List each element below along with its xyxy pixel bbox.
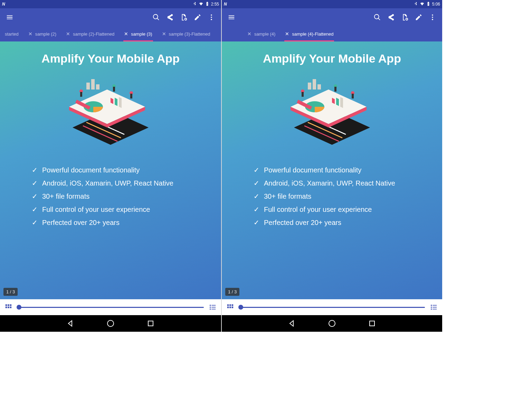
- feature-list-item: ✓Powerful document functionality: [253, 163, 395, 177]
- svg-rect-59: [308, 83, 311, 89]
- svg-point-0: [211, 15, 212, 16]
- svg-point-36: [107, 320, 114, 327]
- left-pane: N 2:55: [0, 0, 221, 332]
- svg-rect-51: [340, 97, 343, 108]
- bluetooth-icon: [192, 1, 197, 7]
- tab-close-icon[interactable]: ✕: [247, 31, 251, 36]
- svg-point-70: [431, 307, 432, 308]
- document-illustration: [55, 72, 166, 155]
- checkmark-icon: ✓: [253, 163, 260, 177]
- overflow-menu-icon[interactable]: [205, 10, 218, 24]
- feature-list-item: ✓30+ file formats: [31, 190, 173, 203]
- hamburger-menu-icon[interactable]: [225, 10, 238, 24]
- feature-list-item: ✓Android, iOS, Xamarin, UWP, React Nativ…: [31, 177, 173, 190]
- tab-close-icon[interactable]: ✕: [28, 31, 32, 36]
- page-settings-icon[interactable]: [398, 10, 412, 24]
- svg-point-39: [432, 17, 433, 18]
- svg-rect-67: [232, 307, 234, 308]
- document-tab[interactable]: ✕sample (3)-Flattened: [157, 26, 215, 41]
- tab-strip: started✕sample (2)✕sample (2)-Flattened✕…: [0, 26, 221, 41]
- outline-list-icon[interactable]: [429, 302, 439, 312]
- back-nav-icon[interactable]: [66, 319, 75, 328]
- svg-rect-54: [302, 92, 304, 97]
- hamburger-menu-icon[interactable]: [3, 10, 17, 24]
- android-nav-bar: [222, 315, 442, 332]
- tab-close-icon[interactable]: ✕: [162, 31, 166, 36]
- search-icon[interactable]: [370, 10, 384, 24]
- tab-close-icon[interactable]: ✕: [66, 31, 70, 36]
- feature-list-item: ✓Android, iOS, Xamarin, UWP, React Nativ…: [253, 177, 395, 190]
- svg-rect-27: [6, 307, 7, 308]
- document-tab[interactable]: ✕sample (2): [23, 26, 61, 41]
- status-time: 5:06: [432, 2, 440, 7]
- feature-list-item: ✓Perfected over 20+ years: [31, 216, 173, 229]
- edit-pencil-icon[interactable]: [412, 10, 426, 24]
- document-viewer[interactable]: Amplify Your Mobile App: [0, 41, 221, 299]
- checkmark-icon: ✓: [31, 163, 38, 177]
- thumbnail-grid-icon[interactable]: [225, 302, 235, 312]
- svg-rect-26: [10, 304, 12, 306]
- share-icon[interactable]: [384, 10, 398, 24]
- svg-point-2: [211, 19, 212, 20]
- svg-rect-37: [148, 321, 153, 326]
- document-title: Amplify Your Mobile App: [263, 52, 401, 65]
- checkmark-icon: ✓: [253, 216, 260, 229]
- checkmark-icon: ✓: [253, 177, 260, 190]
- feature-list-item: ✓Full control of your user experience: [31, 203, 173, 216]
- feature-text: 30+ file formats: [42, 190, 89, 203]
- edit-pencil-icon[interactable]: [191, 10, 205, 24]
- checkmark-icon: ✓: [31, 177, 38, 190]
- svg-rect-24: [6, 304, 7, 306]
- svg-point-32: [210, 307, 211, 308]
- svg-rect-23: [96, 84, 99, 89]
- bluetooth-icon: [414, 1, 418, 7]
- right-pane: N 5:06: [221, 0, 442, 332]
- tab-label: sample (3): [131, 31, 152, 37]
- status-bar: N 5:06: [222, 0, 442, 8]
- search-icon[interactable]: [149, 10, 163, 24]
- page-slider[interactable]: [17, 307, 204, 308]
- android-nav-bar: [0, 315, 221, 332]
- app-toolbar: [222, 8, 442, 26]
- svg-point-30: [210, 305, 211, 306]
- overflow-menu-icon[interactable]: [426, 10, 439, 24]
- svg-point-68: [431, 305, 432, 306]
- outline-list-icon[interactable]: [208, 302, 218, 312]
- page-settings-icon[interactable]: [177, 10, 191, 24]
- page-slider[interactable]: [239, 307, 425, 308]
- document-tab[interactable]: ✕sample (4): [243, 26, 280, 41]
- svg-rect-64: [232, 304, 234, 306]
- svg-rect-22: [91, 79, 95, 89]
- checkmark-icon: ✓: [31, 190, 38, 203]
- svg-rect-35: [211, 309, 216, 310]
- tab-close-icon[interactable]: ✕: [285, 31, 289, 36]
- feature-text: 30+ file formats: [264, 190, 311, 203]
- status-bar: N 2:55: [0, 0, 221, 8]
- home-nav-icon[interactable]: [327, 319, 336, 328]
- feature-list-item: ✓Perfected over 20+ years: [253, 216, 395, 229]
- svg-rect-31: [211, 305, 216, 306]
- page-indicator: 1 / 3: [3, 288, 18, 296]
- android-n-icon: N: [224, 2, 227, 7]
- battery-charging-icon: [426, 1, 431, 7]
- recents-nav-icon[interactable]: [368, 319, 377, 328]
- document-viewer[interactable]: Amplify Your Mobile App: [222, 41, 442, 299]
- svg-rect-65: [227, 307, 229, 308]
- recents-nav-icon[interactable]: [146, 319, 155, 328]
- svg-rect-58: [352, 94, 354, 98]
- tab-label: sample (4)-Flattened: [292, 31, 333, 37]
- home-nav-icon[interactable]: [106, 319, 115, 328]
- svg-rect-33: [211, 307, 216, 308]
- back-nav-icon[interactable]: [287, 319, 296, 328]
- share-icon[interactable]: [163, 10, 177, 24]
- document-tab[interactable]: started: [0, 26, 23, 41]
- tab-close-icon[interactable]: ✕: [124, 31, 128, 36]
- svg-rect-28: [8, 307, 9, 308]
- document-tab[interactable]: ✕sample (2)-Flattened: [61, 26, 119, 41]
- svg-rect-13: [119, 97, 122, 108]
- thumbnail-grid-icon[interactable]: [3, 302, 13, 312]
- document-tab[interactable]: ✕sample (4)-Flattened: [280, 26, 338, 41]
- document-tab[interactable]: ✕sample (3): [119, 26, 157, 41]
- svg-rect-73: [433, 309, 437, 310]
- svg-rect-12: [115, 98, 117, 106]
